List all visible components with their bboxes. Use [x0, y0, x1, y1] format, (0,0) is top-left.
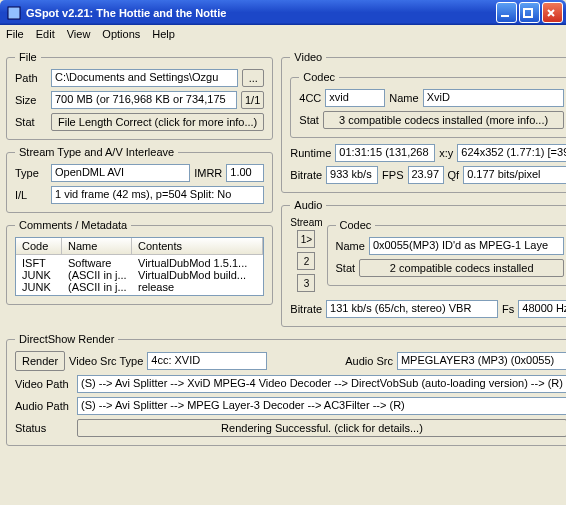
audio-codec-legend: Codec	[336, 219, 376, 231]
menu-file[interactable]: File	[6, 28, 24, 40]
vname-value: XviD	[423, 89, 565, 107]
vst-label: Video Src Type	[69, 355, 143, 367]
type-value: OpenDML AVI	[51, 164, 190, 182]
fs-value: 48000 Hz	[518, 300, 566, 318]
aname-value: 0x0055(MP3) ID'd as MPEG-1 Laye	[369, 237, 564, 255]
qf-label: Qf	[448, 169, 460, 181]
maximize-button[interactable]	[519, 2, 540, 23]
window-title: GSpot v2.21: The Hottie and the Nottie	[26, 7, 494, 19]
col-contents[interactable]: Contents	[132, 238, 263, 254]
abitrate-value: 131 kb/s (65/ch, stereo) VBR	[326, 300, 498, 318]
vbitrate-value: 933 kb/s	[326, 166, 378, 184]
menu-options[interactable]: Options	[102, 28, 140, 40]
fs-label: Fs	[502, 303, 514, 315]
status-label: Status	[15, 422, 73, 434]
browse-button[interactable]: ...	[242, 69, 264, 87]
fps-label: FPS	[382, 169, 403, 181]
table-row[interactable]: JUNK (ASCII in j... VirtualDubMod build.…	[16, 269, 263, 281]
file-group: File Path C:\Documents and Settings\Ozgu…	[6, 51, 273, 140]
vname-label: Name	[389, 92, 418, 104]
file-stat-button[interactable]: File Length Correct (click for more info…	[51, 113, 264, 131]
fcc-label: 4CC	[299, 92, 321, 104]
render-button[interactable]: Render	[15, 351, 65, 371]
table-row[interactable]: JUNK (ASCII in j... release	[16, 281, 263, 293]
menu-help[interactable]: Help	[152, 28, 175, 40]
ds-legend: DirectShow Render	[15, 333, 118, 345]
close-button[interactable]	[542, 2, 563, 23]
xy-value: 624x352 (1.77:1) [=39	[457, 144, 566, 162]
svg-rect-0	[8, 7, 20, 19]
menu-edit[interactable]: Edit	[36, 28, 55, 40]
file-legend: File	[15, 51, 41, 63]
imrr-label: IMRR	[194, 167, 222, 179]
ratio-button[interactable]: 1/1	[241, 91, 264, 109]
imrr-value: 1.00	[226, 164, 264, 182]
stream-3-button[interactable]: 3	[297, 274, 315, 292]
astat-label: Stat	[336, 262, 356, 274]
runtime-value: 01:31:15 (131,268	[335, 144, 435, 162]
audio-stat-button[interactable]: 2 compatible codecs installed	[359, 259, 564, 277]
stream-group: Stream Type and A/V Interleave Type Open…	[6, 146, 273, 213]
path-label: Path	[15, 72, 47, 84]
comments-legend: Comments / Metadata	[15, 219, 131, 231]
comments-group: Comments / Metadata Code Name Contents I…	[6, 219, 273, 305]
video-legend: Video	[290, 51, 326, 63]
asrc-value: MPEGLAYER3 (MP3) (0x0055)	[397, 352, 566, 370]
stream-2-button[interactable]: 2	[297, 252, 315, 270]
fps-value: 23.97	[408, 166, 444, 184]
runtime-label: Runtime	[290, 147, 331, 159]
stream-legend: Stream Type and A/V Interleave	[15, 146, 178, 158]
size-label: Size	[15, 94, 47, 106]
audio-group: Audio Stream 1> 2 3 Codec Name 0x0055(MP…	[281, 199, 566, 327]
menu-view[interactable]: View	[67, 28, 91, 40]
apath-value: (S) --> Avi Splitter --> MPEG Layer-3 De…	[77, 397, 566, 415]
audio-legend: Audio	[290, 199, 326, 211]
abitrate-label: Bitrate	[290, 303, 322, 315]
minimize-button[interactable]	[496, 2, 517, 23]
size-value: 700 MB (or 716,968 KB or 734,175	[51, 91, 237, 109]
vbitrate-label: Bitrate	[290, 169, 322, 181]
directshow-group: DirectShow Render Render Video Src Type …	[6, 333, 566, 446]
col-code[interactable]: Code	[16, 238, 62, 254]
col-name[interactable]: Name	[62, 238, 132, 254]
vst-value: 4cc: XVID	[147, 352, 267, 370]
table-row[interactable]: ISFT Software VirtualDubMod 1.5.1...	[16, 257, 263, 269]
app-icon	[6, 5, 22, 21]
fcc-value: xvid	[325, 89, 385, 107]
audio-codec-group: Codec Name 0x0055(MP3) ID'd as MPEG-1 La…	[327, 219, 566, 286]
comments-table[interactable]: Code Name Contents ISFT Software Virtual…	[15, 237, 264, 296]
stat-label: Stat	[15, 116, 47, 128]
stream-label: Stream	[290, 217, 322, 228]
path-input[interactable]: C:\Documents and Settings\Ozgu	[51, 69, 238, 87]
il-label: I/L	[15, 189, 47, 201]
vpath-value: (S) --> Avi Splitter --> XviD MPEG-4 Vid…	[77, 375, 566, 393]
apath-label: Audio Path	[15, 400, 73, 412]
vstat-label: Stat	[299, 114, 319, 126]
il-value: 1 vid frame (42 ms), p=504 Split: No	[51, 186, 264, 204]
stream-1-button[interactable]: 1>	[297, 230, 315, 248]
video-codec-legend: Codec	[299, 71, 339, 83]
video-stat-button[interactable]: 3 compatible codecs installed (more info…	[323, 111, 564, 129]
svg-rect-2	[524, 9, 532, 17]
video-codec-group: Codec 4CC xvid Name XviD Stat 3 compatib…	[290, 71, 566, 138]
menu-bar: File Edit View Options Help	[0, 25, 566, 43]
status-button[interactable]: Rendering Successful. (click for details…	[77, 419, 566, 437]
type-label: Type	[15, 167, 47, 179]
title-bar: GSpot v2.21: The Hottie and the Nottie	[0, 0, 566, 25]
xy-label: x:y	[439, 147, 453, 159]
asrc-label: Audio Src	[271, 355, 393, 367]
aname-label: Name	[336, 240, 365, 252]
vpath-label: Video Path	[15, 378, 73, 390]
video-group: Video Codec 4CC xvid Name XviD Stat 3 co…	[281, 51, 566, 193]
qf-value: 0.177 bits/pixel	[463, 166, 566, 184]
svg-rect-1	[501, 15, 509, 17]
